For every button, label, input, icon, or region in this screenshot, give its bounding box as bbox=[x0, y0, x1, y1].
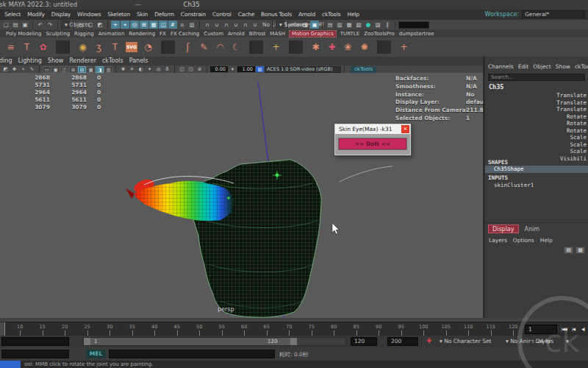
timeline-tick[interactable]: 70 bbox=[278, 322, 301, 336]
fps-caret-icon[interactable]: ▾ bbox=[566, 338, 569, 344]
shadows-icon[interactable]: ▥ bbox=[104, 66, 112, 73]
construction-history-icon[interactable]: ▭ bbox=[291, 21, 300, 29]
screen-space-ao-icon[interactable]: ❋ bbox=[119, 66, 127, 73]
select-component-icon[interactable]: ◩ bbox=[96, 21, 104, 29]
shelf-tab[interactable]: MASH bbox=[270, 31, 285, 37]
channel-name[interactable]: Rotate bbox=[485, 127, 587, 135]
render-current-frame-icon[interactable]: ▥ bbox=[335, 21, 344, 29]
shape-node-row[interactable]: Ch35Shape bbox=[485, 166, 588, 173]
timeline-tick[interactable]: 10 bbox=[9, 322, 32, 336]
menu-item[interactable]: Skin bbox=[135, 10, 149, 20]
svg-import-icon[interactable]: SVG bbox=[126, 42, 137, 52]
timeline-tick[interactable]: 105 bbox=[435, 322, 458, 336]
gamma-field[interactable]: 1.00 bbox=[237, 66, 255, 72]
shelf-tab[interactable]: Animation bbox=[98, 31, 125, 37]
viewport-menu-item[interactable]: ckTools bbox=[102, 57, 123, 66]
menu-item[interactable]: Help bbox=[346, 10, 361, 20]
redo-icon[interactable]: ↷ bbox=[46, 21, 54, 29]
xray-active-icon[interactable]: ◲ bbox=[187, 66, 195, 73]
shelf-tab[interactable]: ZooToolsPro bbox=[364, 31, 395, 37]
timeline-tick[interactable]: 90 bbox=[368, 322, 390, 336]
wireframe-icon[interactable]: ⊞ bbox=[69, 66, 77, 73]
no-live-surface-label[interactable]: No Live Surface bbox=[260, 21, 269, 29]
grease-pencil-icon[interactable]: ◫ bbox=[60, 66, 68, 73]
shelf-tab[interactable]: Bifrost bbox=[249, 31, 266, 37]
menu-item[interactable]: Constrain bbox=[179, 10, 207, 20]
type-tool-icon[interactable]: T bbox=[20, 40, 34, 54]
cloth-icon[interactable]: ✚ bbox=[325, 40, 339, 54]
exposure-toggle-icon[interactable]: ⊘ bbox=[196, 66, 204, 73]
mash-network-icon[interactable]: + bbox=[269, 40, 283, 54]
go-to-start-button[interactable]: |◀◀ bbox=[559, 325, 568, 334]
channel-name[interactable]: Translate bbox=[485, 99, 587, 107]
current-frame-marker[interactable] bbox=[0, 322, 5, 336]
draw-curve-icon[interactable]: ✎ bbox=[197, 40, 211, 54]
use-all-lights-icon[interactable]: ◨ bbox=[96, 66, 104, 73]
close-icon[interactable]: × bbox=[401, 125, 409, 133]
timeline-tick[interactable]: 80 bbox=[323, 322, 345, 336]
workspace-dropdown[interactable]: General* bbox=[522, 10, 585, 18]
shelf-tab[interactable]: Rendering bbox=[129, 31, 155, 37]
new-scene-icon[interactable]: ▢ bbox=[1, 21, 10, 29]
shelf-tab[interactable]: TURTLE bbox=[340, 31, 359, 37]
channel-name[interactable]: Scale bbox=[485, 148, 587, 155]
auto-key-icon[interactable]: ✚ bbox=[426, 337, 432, 344]
render-view-icon[interactable]: ▤ bbox=[326, 21, 334, 29]
playback-end-field[interactable]: 120 bbox=[351, 337, 377, 346]
channel-box-menu-item[interactable]: Show bbox=[556, 63, 570, 70]
starburst-icon[interactable]: ✺ bbox=[357, 40, 371, 54]
snap-projected-center-icon[interactable]: ⊞ bbox=[140, 21, 148, 29]
modeling-toolkit-icon[interactable]: ▣ bbox=[310, 21, 319, 29]
open-editor-icon[interactable]: ◨ bbox=[301, 21, 309, 29]
scene-tab[interactable]: Ch35 bbox=[184, 0, 200, 10]
snap-view-plane-icon[interactable]: ▦ bbox=[149, 21, 158, 29]
channel-name[interactable]: Translate bbox=[485, 106, 587, 113]
timeline-tick[interactable]: 85 bbox=[345, 322, 368, 336]
command-numeric-field[interactable] bbox=[1, 350, 69, 358]
camera-attributes-icon[interactable]: ⌖ bbox=[19, 66, 27, 73]
timeline-tick[interactable]: 50 bbox=[188, 322, 211, 336]
channel-box-menu-item[interactable]: ckTools bbox=[575, 63, 588, 70]
timeline-tick[interactable]: 120 bbox=[502, 322, 525, 336]
timeline-tick[interactable]: 95 bbox=[390, 322, 413, 336]
cktools-button[interactable]: ckTools bbox=[351, 66, 376, 73]
depth-of-field-icon[interactable]: ✦ bbox=[146, 66, 154, 73]
channel-name[interactable]: Rotate bbox=[485, 113, 587, 121]
highlight-selection-icon[interactable]: ▥ bbox=[187, 21, 196, 29]
sweep-mesh-icon[interactable]: ◔ bbox=[141, 40, 155, 54]
range-handle-right[interactable] bbox=[290, 338, 297, 345]
snap-magnet-icon[interactable]: ∩ bbox=[241, 21, 250, 29]
dialog-title-bar[interactable]: Skin Eye(Max) -k31 × bbox=[335, 124, 410, 134]
tab-anim[interactable]: Anim bbox=[525, 226, 540, 233]
step-back-key-button[interactable]: ◀| bbox=[578, 325, 587, 334]
snap-magnet-icon[interactable]: ∩ bbox=[222, 21, 231, 29]
exposure-field[interactable]: 0.00 bbox=[210, 66, 228, 72]
pause-viewport-icon[interactable]: ∥ bbox=[383, 21, 392, 29]
curve-squiggle-icon[interactable]: ʒ bbox=[92, 40, 106, 54]
channel-name[interactable]: Translate bbox=[485, 92, 587, 99]
shelf-tab[interactable]: Sculpting bbox=[46, 31, 70, 37]
add-shelf-item-icon[interactable]: + bbox=[397, 40, 411, 54]
range-handle-left[interactable] bbox=[84, 338, 90, 345]
shelf-tab[interactable]: Custom bbox=[204, 31, 223, 37]
snap-together-icon[interactable]: # bbox=[168, 21, 177, 29]
snap-magnet-icon[interactable]: ∪ bbox=[212, 21, 221, 29]
mel-toggle-button[interactable]: MEL bbox=[86, 350, 106, 358]
menu-item[interactable]: Display bbox=[50, 10, 72, 20]
menu-item[interactable]: Windows bbox=[76, 10, 102, 20]
viewport-menu-item[interactable]: Shading bbox=[0, 57, 12, 66]
fps-dropdown[interactable]: 24 fps bbox=[537, 338, 553, 344]
snap-point-icon[interactable]: ◎ bbox=[130, 21, 139, 29]
timeline-tick[interactable]: 30 bbox=[98, 322, 121, 336]
symmetry-dropdown[interactable]: ▾ Symmetry: Off bbox=[276, 21, 284, 29]
channel-box-menu-item[interactable]: Channels bbox=[488, 63, 514, 70]
timeline-tick[interactable]: 110 bbox=[457, 322, 480, 336]
channel-name[interactable]: Scale bbox=[485, 141, 587, 149]
donut-mesh-icon[interactable]: ◉ bbox=[76, 40, 90, 54]
view-transform-dropdown[interactable]: ACES 1.0 SDR-video (sRGB) bbox=[265, 66, 341, 73]
layer-menu-item[interactable]: Options bbox=[513, 237, 534, 244]
create-layer-from-selected-icon[interactable]: ▦ bbox=[576, 247, 585, 254]
menu-item[interactable]: Arnold bbox=[297, 10, 317, 20]
doit-button[interactable]: >> DoIt << bbox=[338, 138, 407, 150]
menu-item[interactable]: Deform bbox=[153, 10, 176, 20]
